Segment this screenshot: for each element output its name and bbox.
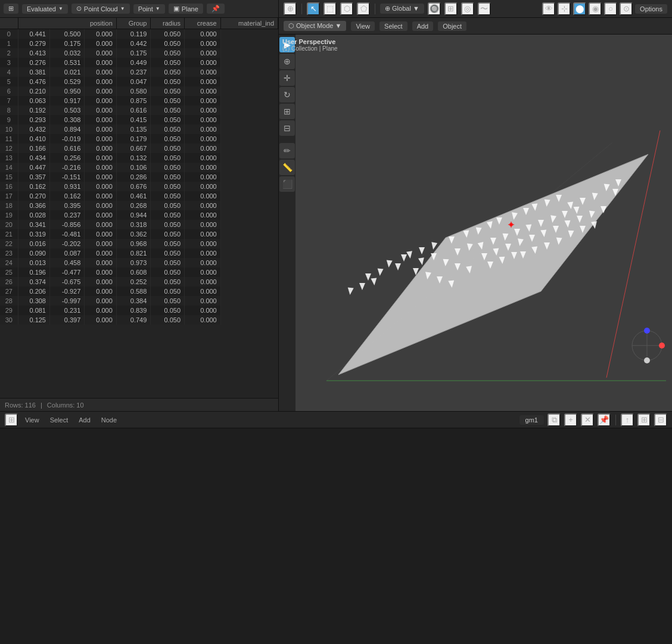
point-btn[interactable]: Point ▼	[133, 4, 165, 14]
table-row: 230.0900.0870.0000.8210.0500.000	[0, 248, 278, 258]
table-row: 70.0630.9170.0000.8750.0500.000	[0, 96, 278, 105]
object-label: Object	[443, 23, 462, 30]
options-label: Options	[640, 5, 662, 13]
spreadsheet-panel: ⊞ Evaluated ▼ ⊙ Point Cloud ▼ Point ▼ ▣ …	[0, 0, 279, 411]
close-tab-btn[interactable]: ✕	[581, 413, 594, 427]
sep1	[301, 4, 302, 14]
material-view-btn[interactable]: ◉	[589, 2, 602, 15]
annotate-tool[interactable]: ✏	[279, 143, 295, 158]
point-cloud-label: Point Cloud	[84, 5, 118, 13]
rendered-view-btn[interactable]: ○	[604, 2, 617, 15]
pin-tab-btn[interactable]: 📌	[598, 413, 611, 427]
move-tool[interactable]: ✛	[279, 70, 295, 86]
object-mode-arrow: ▼	[335, 22, 342, 29]
table-row: 120.1660.6160.0000.6670.0500.000	[0, 144, 278, 153]
table-row: 40.3810.0210.0000.2370.0500.000	[0, 67, 278, 77]
node-view-label: View	[25, 416, 39, 424]
dropdown-arrow2: ▼	[120, 6, 125, 11]
node-editor-type-btn[interactable]: ⊞	[5, 413, 18, 427]
grid-btn[interactable]: ⊟	[654, 413, 667, 427]
snap-icon[interactable]: ⊞	[444, 2, 458, 15]
measure-tool[interactable]: 📏	[279, 160, 295, 175]
select-box-tool[interactable]: ⬚	[323, 2, 337, 15]
node-canvas: ▼ Group Input 🖥 Geometry ▼ Point Distrib…	[0, 428, 672, 644]
col-group: Group	[116, 18, 151, 29]
node-add-btn[interactable]: Add	[75, 415, 94, 425]
connections-svg	[0, 428, 672, 644]
view-icons[interactable]: ⊹	[558, 2, 571, 15]
global-label: Global	[392, 5, 411, 12]
toolbar-left: ⊕ ↖ ⬚ ⬡ ⬠ ⊕ Global ▼ 🔘 ⊞ ◎ 〜	[284, 2, 491, 15]
select-btn[interactable]: Select	[379, 21, 407, 31]
evaluated-btn[interactable]: Evaluated ▼	[22, 4, 68, 14]
overlay-btn[interactable]: ⊙	[620, 2, 633, 15]
scene-info: User Perspective (1) Collection | Plane	[282, 38, 338, 52]
col-index	[0, 18, 18, 29]
table-row: 30.2760.5310.0000.4490.0500.000	[0, 58, 278, 67]
proportional-icon[interactable]: ◎	[461, 2, 474, 15]
table-row: 190.0280.2370.0000.9440.0500.000	[0, 210, 278, 220]
cursor-tool-side[interactable]: ⊕	[279, 54, 295, 69]
spreadsheet-icon: ⊞	[8, 5, 14, 13]
select-lasso-tool[interactable]: ⬠	[357, 2, 370, 15]
gizmo-svg	[629, 328, 665, 363]
add-btn[interactable]: Add	[412, 21, 434, 31]
side-tools: ▶ ⊕ ✛ ↻ ⊞ ⊟ ✏ 📏 ⬛	[279, 35, 295, 411]
rotate-tool[interactable]: ↻	[279, 87, 295, 102]
select-circle-tool[interactable]: ⬡	[340, 2, 353, 15]
col-material: material_ind	[220, 18, 278, 29]
node-editor: ⊞ View Select Add Node gm1 ⧉ + ✕ 📌 ↑ ⊞ ⊟	[0, 411, 672, 644]
view-btn[interactable]: View	[351, 21, 375, 31]
table-row: 260.374-0.6750.0000.2520.0500.000	[0, 277, 278, 287]
magnet-icon[interactable]: 🔘	[428, 2, 441, 15]
scale-tool[interactable]: ⊞	[279, 104, 295, 119]
dropdown-arrow3: ▼	[155, 6, 160, 11]
solid-view-btn[interactable]: ⬤	[573, 2, 586, 15]
cursor-tool[interactable]: ↖	[307, 2, 320, 15]
options-btn[interactable]: Options	[635, 4, 667, 14]
wave-icon[interactable]: 〜	[478, 2, 491, 15]
data-table: position Group radius crease material_in…	[0, 18, 278, 325]
node-select-label: Select	[50, 416, 69, 424]
point-label: Point	[138, 5, 153, 13]
copy-tab-btn[interactable]: ⧉	[547, 413, 561, 427]
rows-count: Rows: 116	[5, 402, 36, 409]
object-mode-label: Object Mode	[296, 22, 333, 29]
columns-count: Columns: 10	[47, 402, 84, 409]
table-row: 160.1620.9310.0000.6760.0500.000	[0, 182, 278, 191]
collection-label: (1) Collection | Plane	[282, 45, 338, 52]
node-select-btn[interactable]: Select	[46, 415, 72, 425]
node-view-btn[interactable]: View	[21, 415, 43, 425]
svg-point-81	[644, 357, 650, 363]
table-row: 240.0130.4580.0000.9730.0500.000	[0, 258, 278, 267]
add-tab-btn[interactable]: +	[564, 413, 577, 427]
point-cloud-btn[interactable]: ⊙ Point Cloud ▼	[71, 4, 130, 14]
spreadsheet-toolbar: ⊞ Evaluated ▼ ⊙ Point Cloud ▼ Point ▼ ▣ …	[0, 0, 278, 18]
node-node-btn[interactable]: Node	[98, 415, 120, 425]
editor-type-btn[interactable]: ⊞	[4, 4, 18, 14]
add-cube-tool[interactable]: ⬛	[279, 176, 295, 192]
svg-point-80	[659, 343, 665, 349]
up-arrow-btn[interactable]: ↑	[621, 413, 634, 427]
editor-type-icon[interactable]: ⊕	[284, 2, 297, 15]
mesh-icon: ▣	[173, 5, 179, 13]
svg-rect-0	[279, 35, 672, 410]
layout-btn[interactable]: ⊞	[637, 413, 651, 427]
node-add-label: Add	[79, 416, 91, 424]
global-btn[interactable]: ⊕ Global ▼	[380, 4, 424, 14]
table-row: 60.2100.9500.0000.5800.0500.000	[0, 86, 278, 96]
plane-btn[interactable]: ▣ Plane	[169, 4, 203, 14]
table-row: 300.1250.3970.0000.7490.0500.000	[0, 315, 278, 325]
eye-icon[interactable]: 👁	[542, 2, 555, 15]
col-crease: crease	[185, 18, 221, 29]
global-arrow: ▼	[413, 5, 419, 12]
transform-tool[interactable]: ⊟	[279, 120, 295, 136]
table-row: 170.2700.1620.0000.4610.0500.000	[0, 191, 278, 201]
table-row: 180.3660.3950.0000.2680.0500.000	[0, 201, 278, 210]
scene-svg	[279, 35, 672, 411]
pin-btn[interactable]: 📌	[207, 4, 225, 14]
object-mode-btn[interactable]: ⬡ Object Mode ▼	[284, 21, 346, 31]
evaluated-label: Evaluated	[27, 5, 56, 13]
toolbar-right: 👁 ⊹ ⬤ ◉ ○ ⊙ Options	[542, 2, 667, 15]
object-btn[interactable]: Object	[438, 21, 466, 31]
